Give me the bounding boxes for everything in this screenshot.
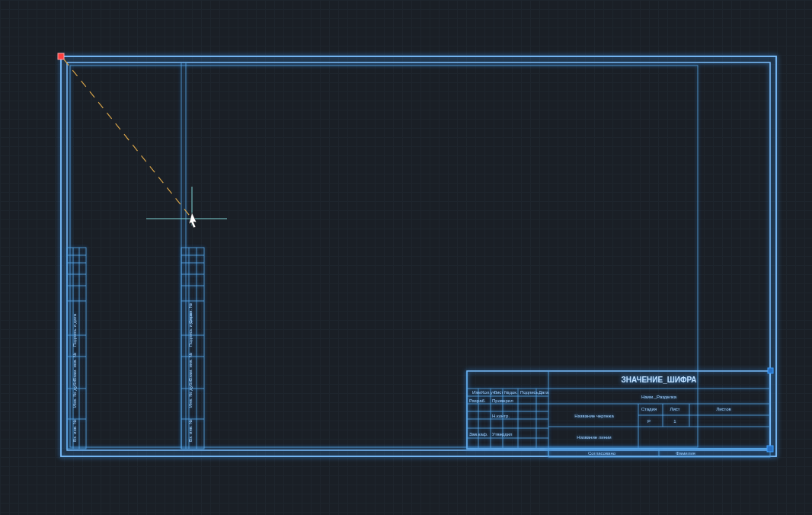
- tb-row: Н.контр.: [492, 414, 510, 418]
- left-stamp-label: Инв. № дубл.: [72, 379, 77, 408]
- tb-row: Утвердил: [492, 432, 513, 437]
- left-stamp-label: Подпись и дата: [72, 313, 77, 347]
- left-stamp-label: Вз. инв. №: [188, 419, 193, 442]
- tb-col: Дата: [539, 390, 549, 395]
- tb-col: №док.: [504, 390, 518, 395]
- drawing-inner-frame[interactable]: [67, 62, 770, 450]
- left-stamp-label: Взам. инв. №: [72, 353, 77, 381]
- crosshair-cursor: [146, 187, 227, 228]
- titleblock-stage-label: Стадия: [641, 407, 657, 411]
- rubber-band-line: [64, 59, 192, 219]
- titleblock-code: ЗНАЧЕНИЕ_ШИФРА: [621, 376, 696, 384]
- modelspace[interactable]: Вз. инв. № Инв. № дубл. Взам. инв. № Под…: [0, 0, 812, 515]
- grip[interactable]: [768, 368, 773, 373]
- left-stamp-label: Вз. инв. №: [72, 419, 77, 442]
- titleblock-sheet-label: Лист: [670, 407, 679, 411]
- tb-row: Зав.каф.: [469, 432, 488, 437]
- titleblock-subtitle: Наим._Разделка: [641, 395, 677, 399]
- svg-rect-14: [181, 248, 204, 449]
- grip-hovered[interactable]: [58, 53, 64, 59]
- left-stamp-label: Взам. инв. №: [188, 353, 193, 381]
- cursor-arrow-icon: [189, 213, 197, 228]
- drawing-thin-frame[interactable]: [70, 66, 698, 447]
- tb-col: Подпись: [520, 390, 539, 395]
- left-stamp-label: Инв. № дубл.: [188, 379, 193, 408]
- tb-col: Лист: [494, 390, 504, 395]
- titleblock[interactable]: ЗНАЧЕНИЕ_ШИФРА Наим._Разделка Название ч…: [467, 371, 770, 457]
- tb-row: Проверил: [492, 398, 513, 403]
- titleblock-line: Название линии: [577, 435, 611, 440]
- left-stamp-label: Справ. №: [188, 303, 193, 324]
- titleblock-stage-value: Р: [647, 419, 651, 424]
- titleblock-sheets-label: Листов: [716, 407, 731, 411]
- secondary-frame-copy[interactable]: Вз. инв. № Инв. № дубл. Взам. инв. № Под…: [181, 62, 204, 449]
- titleblock-name: Название чертежа: [574, 414, 614, 418]
- titleblock-sheet-value: 1: [673, 419, 676, 424]
- tb-row: Разраб.: [469, 398, 486, 403]
- grip[interactable]: [767, 446, 773, 452]
- tb-footer: Согласовано: [588, 451, 616, 456]
- tb-footer: Фамилия: [676, 451, 695, 456]
